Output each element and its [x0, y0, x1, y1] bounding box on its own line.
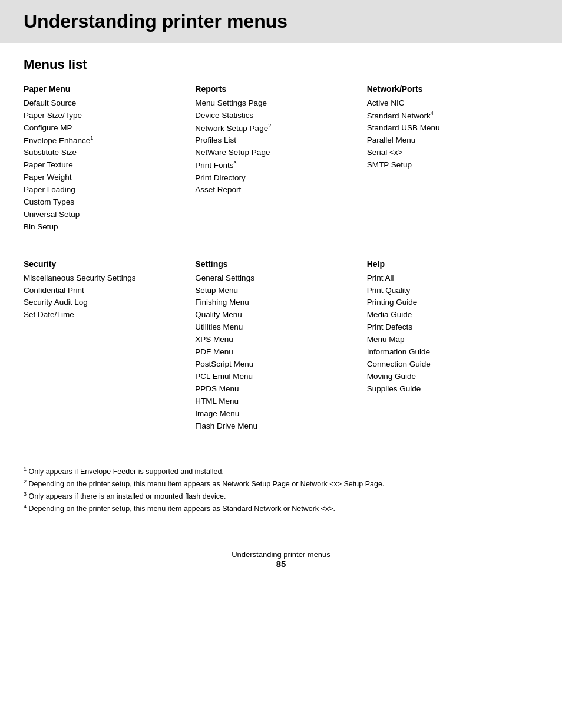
menus-grid-row1: Paper Menu Default Source Paper Size/Typ… — [24, 84, 538, 248]
list-item: Profiles List — [195, 134, 355, 147]
list-item: Custom Types — [24, 196, 183, 209]
footnote-4: 4 Depending on the printer setup, this m… — [24, 502, 538, 515]
list-item: Print Defects — [367, 321, 527, 334]
list-item: Envelope Enhance1 — [24, 134, 183, 147]
list-item: Setup Menu — [195, 285, 355, 297]
list-item: Standard Network4 — [367, 110, 527, 122]
list-item: Substitute Size — [24, 147, 183, 159]
list-item: Parallel Menu — [367, 134, 527, 147]
list-item: Print All — [367, 272, 527, 285]
menu-title-settings: Settings — [195, 259, 355, 269]
list-item: Universal Setup — [24, 209, 183, 221]
list-item: Paper Weight — [24, 172, 183, 184]
list-item: Network Setup Page2 — [195, 122, 355, 134]
list-item: PPDS Menu — [195, 383, 355, 396]
menu-title-network-ports: Network/Ports — [367, 84, 527, 94]
list-item: Supplies Guide — [367, 383, 527, 396]
menu-column-network-ports: Network/Ports Active NIC Standard Networ… — [367, 84, 538, 233]
page-title: Understanding printer menus — [24, 11, 538, 32]
menu-column-security: Security Miscellaneous Security Settings… — [24, 259, 195, 433]
footer-page-number: 85 — [0, 559, 562, 569]
section-heading: Menus list — [24, 57, 538, 73]
list-item: Default Source — [24, 97, 183, 110]
list-item: Standard USB Menu — [367, 122, 527, 134]
menu-title-reports: Reports — [195, 84, 355, 94]
list-item: Configure MP — [24, 122, 183, 134]
list-item: Print Fonts3 — [195, 159, 355, 172]
list-item: Print Directory — [195, 172, 355, 185]
content-area: Menus list Paper Menu Default Source Pap… — [0, 57, 562, 526]
list-item: Asset Report — [195, 184, 355, 196]
list-item: Miscellaneous Security Settings — [24, 272, 183, 285]
list-item: HTML Menu — [195, 396, 355, 408]
list-item: PCL Emul Menu — [195, 371, 355, 383]
menus-grid-row2: Security Miscellaneous Security Settings… — [24, 259, 538, 447]
footnote-3: 3 Only appears if there is an installed … — [24, 490, 538, 502]
page-footer: Understanding printer menus 85 — [0, 550, 562, 581]
list-item: Device Statistics — [195, 110, 355, 122]
list-item: Printing Guide — [367, 297, 527, 309]
list-item: Confidential Print — [24, 285, 183, 297]
menu-title-security: Security — [24, 259, 183, 269]
footnote-1: 1 Only appears if Envelope Feeder is sup… — [24, 465, 538, 477]
footnote-section: 1 Only appears if Envelope Feeder is sup… — [24, 459, 538, 515]
list-item: Finishing Menu — [195, 297, 355, 309]
list-item: Moving Guide — [367, 371, 527, 383]
footnote-2: 2 Depending on the printer setup, this m… — [24, 477, 538, 490]
list-item: Connection Guide — [367, 358, 527, 371]
list-item: PostScript Menu — [195, 358, 355, 371]
list-item: Bin Setup — [24, 221, 183, 233]
page-title-bar: Understanding printer menus — [0, 0, 562, 43]
menu-title-help: Help — [367, 259, 527, 269]
footer-label: Understanding printer menus — [0, 550, 562, 559]
list-item: Quality Menu — [195, 309, 355, 321]
list-item: Set Date/Time — [24, 309, 183, 321]
list-item: NetWare Setup Page — [195, 147, 355, 159]
list-item: Paper Texture — [24, 159, 183, 172]
list-item: General Settings — [195, 272, 355, 285]
list-item: Menu Settings Page — [195, 97, 355, 110]
list-item: PDF Menu — [195, 346, 355, 358]
list-item: Serial <x> — [367, 147, 527, 159]
list-item: Paper Loading — [24, 184, 183, 196]
menu-column-settings: Settings General Settings Setup Menu Fin… — [195, 259, 366, 433]
list-item: Active NIC — [367, 97, 527, 110]
list-item: SMTP Setup — [367, 159, 527, 172]
menu-column-help: Help Print All Print Quality Printing Gu… — [367, 259, 538, 433]
list-item: Menu Map — [367, 334, 527, 346]
list-item: Utilities Menu — [195, 321, 355, 334]
list-item: Information Guide — [367, 346, 527, 358]
list-item: Security Audit Log — [24, 297, 183, 309]
list-item: XPS Menu — [195, 334, 355, 346]
list-item: Print Quality — [367, 285, 527, 297]
menu-title-paper-menu: Paper Menu — [24, 84, 183, 94]
list-item: Image Menu — [195, 408, 355, 420]
list-item: Flash Drive Menu — [195, 420, 355, 433]
menu-column-paper-menu: Paper Menu Default Source Paper Size/Typ… — [24, 84, 195, 233]
list-item: Paper Size/Type — [24, 110, 183, 122]
list-item: Media Guide — [367, 309, 527, 321]
menu-column-reports: Reports Menu Settings Page Device Statis… — [195, 84, 366, 233]
